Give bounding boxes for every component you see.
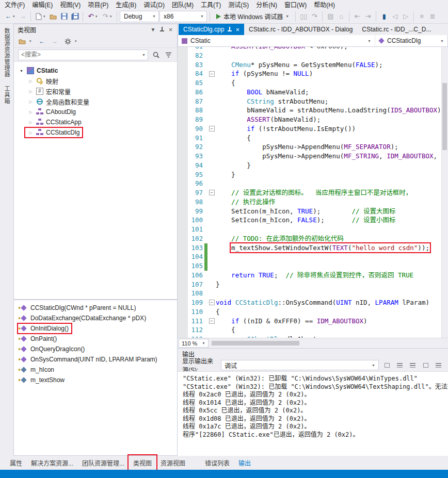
breakpoint-margin[interactable] <box>178 234 188 243</box>
menu-item[interactable]: 视图(V) <box>56 0 84 9</box>
bookmark-button[interactable]: ▮ <box>379 11 389 22</box>
member-item[interactable]: CCStaticDlg(CWnd * pParent = NULL) <box>14 303 177 313</box>
panel-tab[interactable]: 错误列表 <box>201 456 233 469</box>
navigate-back-caret-icon[interactable]: ▾ <box>13 14 17 19</box>
search-input[interactable] <box>19 51 140 58</box>
expander-icon[interactable]: ▾ <box>19 69 24 73</box>
member-item[interactable]: m_textShow <box>14 375 177 385</box>
side-tab[interactable]: 数据源资源管理器 <box>3 28 11 77</box>
member-item[interactable]: OnPaint() <box>14 334 177 344</box>
breakpoint-margin[interactable] <box>178 335 188 338</box>
breakpoint-margin[interactable] <box>178 142 188 152</box>
undo-caret-icon[interactable]: ▾ <box>95 14 100 19</box>
step-over-button[interactable]: ↷ <box>309 11 319 22</box>
menu-item[interactable]: 文件(F) <box>1 0 28 9</box>
fold-collapse-icon[interactable]: − <box>209 318 215 324</box>
bookmark-prev-button[interactable]: ◁ <box>390 11 400 22</box>
breakpoint-margin[interactable] <box>178 51 188 60</box>
fold-margin[interactable]: − <box>207 124 216 134</box>
breakpoint-margin[interactable] <box>178 307 188 317</box>
scrollbar-thumb[interactable] <box>442 83 447 150</box>
tree-item[interactable]: ▷CCStaticApp <box>14 117 177 127</box>
tree-item[interactable]: ▷宏和常量 <box>14 86 177 96</box>
expander-icon[interactable]: ▷ <box>28 79 34 84</box>
show-diagnostics-button[interactable]: ▤ <box>325 11 335 22</box>
start-debugging-button[interactable]: 本地 Windows 调试器 ▼ <box>213 11 293 22</box>
menu-item[interactable]: 团队(M) <box>168 0 197 9</box>
expander-icon[interactable]: ▷ <box>28 89 34 94</box>
undo-button[interactable]: ↶ <box>86 11 96 22</box>
breakpoint-margin[interactable] <box>178 280 188 289</box>
expander-icon[interactable]: ▷ <box>28 100 34 104</box>
breakpoint-margin[interactable] <box>178 78 188 88</box>
member-item[interactable]: OnQueryDragIcon() <box>14 344 177 354</box>
breakpoint-margin[interactable] <box>178 115 188 124</box>
classview-settings-button[interactable] <box>63 37 72 46</box>
breakpoint-margin[interactable] <box>178 207 188 216</box>
breakpoint-margin[interactable] <box>178 252 188 261</box>
breakpoint-margin[interactable] <box>178 298 188 307</box>
horizontal-scrollbar[interactable] <box>211 340 441 347</box>
new-file-button[interactable] <box>34 11 44 22</box>
breakpoint-margin[interactable] <box>178 97 188 106</box>
member-item[interactable]: OnInitDialog() <box>14 323 177 334</box>
close-icon[interactable]: × <box>235 26 239 33</box>
bookmark-next-button[interactable]: ▷ <box>401 11 411 22</box>
settings-caret-icon[interactable]: ▾ <box>75 39 79 43</box>
breakpoint-margin[interactable] <box>178 134 188 143</box>
panel-tab[interactable]: 类视图 <box>130 456 155 469</box>
output-menu-button[interactable] <box>434 361 443 370</box>
document-tab[interactable]: CStatic.rc - IDD_...C_D... <box>357 24 436 35</box>
menu-item[interactable]: 分析(N) <box>252 0 281 9</box>
tree-item[interactable]: ▷CAboutDlg <box>14 107 177 117</box>
member-dropdown[interactable]: CCStaticDlg ▼ <box>375 35 447 46</box>
menu-item[interactable]: 项目(P) <box>84 0 112 9</box>
redo-caret-icon[interactable]: ▾ <box>110 14 114 19</box>
fold-collapse-icon[interactable]: − <box>209 71 215 77</box>
breakpoint-margin[interactable] <box>178 152 188 161</box>
pin-icon[interactable] <box>228 27 232 32</box>
output-source-dropdown[interactable]: 调试 ▼ <box>221 360 379 370</box>
increase-indent-button[interactable]: ⇥ <box>363 11 373 22</box>
breakpoint-margin[interactable] <box>178 225 188 234</box>
menu-item[interactable]: 生成(B) <box>112 0 140 9</box>
menu-item[interactable]: 调试(D) <box>140 0 168 9</box>
expander-icon[interactable]: ▷ <box>28 130 34 135</box>
tree-item[interactable]: ▾CStatic <box>14 65 177 76</box>
breakpoint-margin[interactable] <box>178 60 188 70</box>
document-tab[interactable]: CStatic.rc - IDD_ABOUTBOX - Dialog <box>244 24 357 35</box>
panel-tab[interactable]: 输出 <box>235 456 254 469</box>
uncomment-button[interactable]: ≣ <box>427 11 438 22</box>
breakpoint-margin[interactable] <box>178 69 188 78</box>
new-file-caret-icon[interactable]: ▾ <box>43 14 47 19</box>
zoom-dropdown[interactable]: 110 % ▼ <box>179 339 209 348</box>
code-editor[interactable]: 81 ASSERT(IDM_ABOUTBOX < 0xF000);8283 CM… <box>178 47 448 338</box>
fold-collapse-icon[interactable]: − <box>209 300 215 305</box>
filter-button[interactable] <box>164 50 173 59</box>
tree-item[interactable]: ▷映射 <box>14 76 177 86</box>
breakpoint-margin[interactable] <box>178 261 188 271</box>
scrollbar-thumb[interactable] <box>212 341 299 345</box>
class-view-header[interactable]: 类视图 ▼ × <box>14 24 177 35</box>
find-message-button[interactable] <box>382 361 392 370</box>
window-position-icon[interactable]: ▼ <box>149 26 157 34</box>
fold-collapse-icon[interactable]: − <box>209 126 215 131</box>
chevron-down-icon[interactable]: ▼ <box>140 53 148 57</box>
member-item[interactable]: OnSysCommand(UINT nID, LPARAM lParam) <box>14 354 177 365</box>
find-in-files-button[interactable]: ⌂ <box>336 11 346 22</box>
breakpoint-margin[interactable] <box>178 317 188 326</box>
side-tab[interactable]: 工具箱 <box>3 86 11 104</box>
breakpoint-margin[interactable] <box>178 271 188 280</box>
menu-item[interactable]: 编辑(E) <box>28 0 56 9</box>
document-tab[interactable]: CStaticDlg.cpp× <box>179 24 244 35</box>
search-button[interactable] <box>151 50 161 59</box>
panel-tab[interactable]: 解决方案资源... <box>27 456 77 469</box>
member-item[interactable]: DoDataExchange(CDataExchange * pDX) <box>14 313 177 323</box>
breakpoint-margin[interactable] <box>178 179 188 188</box>
menu-item[interactable]: 窗口(W) <box>281 0 310 9</box>
vertical-scrollbar[interactable] <box>441 47 448 338</box>
new-folder-button[interactable] <box>18 37 27 46</box>
tree-item[interactable]: ▷全局函数和变量 <box>14 96 177 107</box>
open-file-button[interactable] <box>48 11 58 22</box>
solution-configuration-dropdown[interactable]: Debug ▼ <box>120 11 159 22</box>
